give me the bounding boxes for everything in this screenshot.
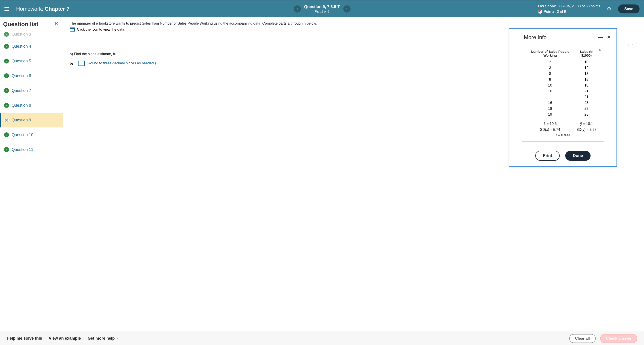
homework-title: Homework: Chapter 7 <box>16 6 70 12</box>
sdx: SD(x) = 5.74 <box>527 127 574 132</box>
sidebar-title: Question list <box>3 21 38 28</box>
col-header-x: Number of Sales People Working <box>527 49 574 59</box>
app-header: Homework: Chapter 7 ‹ Question 9, 7.3.5-… <box>0 0 644 17</box>
clear-all-button[interactable]: Clear all <box>569 334 596 343</box>
sidebar-item-question-6[interactable]: ✓Question 6 <box>0 68 63 83</box>
question-nav: ‹ Question 9, 7.3.5-T Part 1 of 8 › <box>294 4 350 13</box>
copy-icon[interactable]: ⧉ <box>599 48 601 52</box>
question-list-sidebar: Question list ✓Question 3✓Question 4✓Que… <box>0 17 63 332</box>
question-label: Question 3 <box>12 32 31 37</box>
get-more-help-button[interactable]: Get more help ▲ <box>88 336 118 341</box>
table-row: 915 <box>527 77 599 82</box>
minimize-icon[interactable]: — <box>598 34 603 40</box>
data-link[interactable]: Click the icon to view the data. <box>77 27 125 31</box>
caret-up-icon: ▲ <box>116 337 118 340</box>
correct-status-icon: ✓ <box>4 88 9 93</box>
partial-status-icon <box>4 118 9 122</box>
question-label: Question 4 <box>12 44 31 49</box>
sidebar-item-question-5[interactable]: ✓Question 5 <box>0 54 63 68</box>
correct-status-icon: ✓ <box>4 73 9 78</box>
table-row: 210 <box>527 59 599 65</box>
question-label: Question 7 <box>12 88 31 93</box>
collapse-sidebar-icon[interactable] <box>55 21 60 27</box>
data-table: Number of Sales People Working Sales (in… <box>526 48 600 138</box>
sidebar-item-question-7[interactable]: ✓Question 7 <box>0 83 63 98</box>
sidebar-item-question-10[interactable]: ✓Question 10 <box>0 127 63 142</box>
table-row: 1021 <box>527 88 599 94</box>
table-row: 1823 <box>527 106 599 111</box>
next-question-button[interactable]: › <box>343 5 350 12</box>
question-label: Question 6 <box>12 73 31 78</box>
b1-input[interactable] <box>78 61 85 66</box>
rounding-hint: (Round to three decimal places as needed… <box>86 61 156 65</box>
question-label: Question 11 <box>12 147 33 152</box>
table-row: 1623 <box>527 100 599 105</box>
correct-status-icon: ✓ <box>4 132 9 137</box>
question-number: Question 9, 7.3.5-T <box>304 4 340 9</box>
question-label: Question 9 <box>12 118 31 122</box>
menu-icon[interactable] <box>4 6 10 12</box>
question-label: Question 8 <box>12 103 31 108</box>
sdy: SD(y) = 5.28 <box>574 127 599 132</box>
sidebar-item-question-4[interactable]: ✓Question 4 <box>0 39 63 54</box>
b1-label: b₁ = <box>70 61 76 65</box>
question-prompt: The manager of a bookstore wants to pred… <box>70 21 637 26</box>
more-info-modal: More Info — ✕ ⧉ Number of Sales People W… <box>509 28 617 167</box>
correct-status-icon: ✓ <box>4 32 9 37</box>
correct-status-icon: ✓ <box>4 147 9 152</box>
question-label: Question 10 <box>12 133 33 137</box>
check-answer-button[interactable]: Check answer <box>600 334 637 343</box>
table-row: 312 <box>527 65 599 71</box>
table-row: 1018 <box>527 83 599 88</box>
score-block: HW Score: 33.93%, 21.38 of 63 points Poi… <box>538 3 600 14</box>
sidebar-item-question-9[interactable]: Question 9 <box>0 113 63 127</box>
settings-icon[interactable]: ⚙ <box>607 6 611 12</box>
help-me-solve-button[interactable]: Help me solve this <box>7 336 42 341</box>
sidebar-item-question-11[interactable]: ✓Question 11 <box>0 142 63 157</box>
ybar: ȳ = 18.1 <box>574 118 599 127</box>
sidebar-item-question-8[interactable]: ✓Question 8 <box>0 98 63 113</box>
print-button[interactable]: Print <box>535 151 560 161</box>
col-header-y: Sales (in $1000) <box>574 49 599 59</box>
table-row: 813 <box>527 71 599 76</box>
xbar: x̄ = 10.6 <box>527 118 574 127</box>
r-value: r = 0.933 <box>527 133 599 138</box>
more-options-icon[interactable]: ••• <box>628 43 637 47</box>
correct-status-icon: ✓ <box>4 103 9 108</box>
table-row: 1925 <box>527 112 599 117</box>
data-table-icon[interactable] <box>70 27 75 31</box>
points-icon <box>538 9 542 14</box>
data-box: ⧉ Number of Sales People Working Sales (… <box>522 45 604 142</box>
footer-toolbar: Help me solve this View an example Get m… <box>0 332 644 345</box>
table-row: 1121 <box>527 94 599 100</box>
question-content: The manager of a bookstore wants to pred… <box>63 17 644 332</box>
save-button[interactable]: Save <box>618 4 640 13</box>
part-label: Part 1 of 8 <box>304 9 340 13</box>
close-icon[interactable]: ✕ <box>607 34 611 40</box>
done-button[interactable]: Done <box>565 151 590 161</box>
correct-status-icon: ✓ <box>4 58 9 63</box>
correct-status-icon: ✓ <box>4 44 9 49</box>
view-example-button[interactable]: View an example <box>49 336 81 341</box>
modal-title: More Info <box>524 34 546 40</box>
prev-question-button[interactable]: ‹ <box>294 5 301 12</box>
sidebar-item-question-3[interactable]: ✓Question 3 <box>0 32 63 39</box>
question-label: Question 5 <box>12 59 31 63</box>
